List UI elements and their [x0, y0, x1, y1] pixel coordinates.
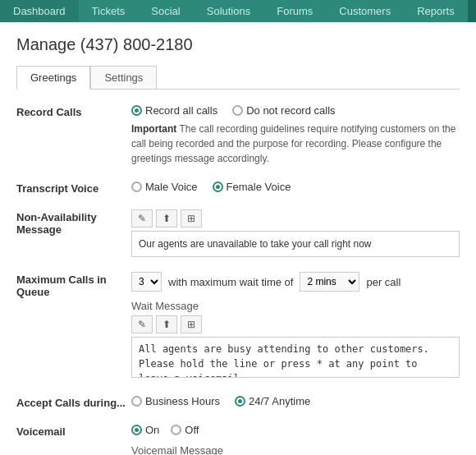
male-voice-radio[interactable] [131, 182, 142, 192]
max-calls-label: Maximum Calls in Queue [16, 272, 131, 298]
non-availability-input[interactable] [131, 231, 460, 257]
grid-icon: ⊞ [187, 213, 195, 224]
male-voice-label: Male Voice [145, 181, 198, 193]
record-all-label: Record all calls [145, 104, 217, 117]
non-availability-label: Non-Availability Message [16, 209, 131, 236]
transcript-voice-label: Transcript Voice [16, 181, 131, 195]
nav-bar: Dashboard Tickets Social Solutions Forum… [0, 0, 476, 22]
nav-reports[interactable]: Reports [404, 0, 468, 22]
voicemail-control: On Off Voicemail Message ✎ ⬆ ⊞ [131, 424, 460, 455]
voicemail-row: Voicemail On Off Voicemail Message ✎ ⬆ [16, 424, 460, 455]
do-not-record-option[interactable]: Do not record calls [232, 104, 335, 117]
voicemail-on-radio[interactable] [131, 425, 142, 435]
wait-time-prefix: with maximum wait time of [168, 276, 293, 288]
voicemail-on-label: On [145, 424, 159, 436]
accept-calls-label: Accept Calls during... [16, 395, 131, 409]
wait-pencil-btn[interactable]: ✎ [131, 315, 153, 333]
accept-calls-control: Business Hours 24/7 Anytime [131, 395, 460, 407]
nav-solutions[interactable]: Solutions [194, 0, 263, 22]
wait-message-section: Wait Message ✎ ⬆ ⊞ All agents are busy a… [131, 300, 460, 380]
record-calls-label: Record Calls [16, 104, 131, 118]
voicemail-toggle: On Off [131, 424, 460, 436]
non-availability-pencil-btn[interactable]: ✎ [131, 209, 153, 228]
nav-customers[interactable]: Customers [326, 0, 404, 22]
female-voice-option[interactable]: Female Voice [213, 181, 291, 193]
wait-time-select[interactable]: 2 mins5 mins10 mins [300, 272, 359, 292]
non-availability-row: Non-Availability Message ✎ ⬆ ⊞ [16, 209, 460, 257]
accept-calls-options: Business Hours 24/7 Anytime [131, 395, 460, 407]
max-calls-row: Maximum Calls in Queue 345 with maximum … [16, 272, 460, 380]
voicemail-off-label: Off [185, 424, 199, 436]
business-hours-label: Business Hours [145, 395, 220, 407]
wait-message-input[interactable]: All agents are busy attending to other c… [131, 337, 460, 378]
per-call-label: per call [366, 276, 400, 288]
queue-count-select[interactable]: 345 [131, 272, 162, 292]
transcript-voice-control: Male Voice Female Voice [131, 181, 460, 193]
voicemail-off-option[interactable]: Off [171, 424, 199, 436]
record-calls-options: Record all calls Do not record calls [131, 104, 460, 117]
max-calls-control: 345 with maximum wait time of 2 mins5 mi… [131, 272, 460, 380]
wait-upload-btn[interactable]: ⬆ [156, 315, 177, 333]
voicemail-off-radio[interactable] [171, 425, 181, 435]
queue-row: 345 with maximum wait time of 2 mins5 mi… [131, 272, 460, 292]
business-hours-radio[interactable] [131, 396, 142, 407]
non-availability-control: ✎ ⬆ ⊞ [131, 209, 460, 257]
do-not-record-radio[interactable] [232, 105, 243, 116]
tab-bar: Greetings Settings [16, 66, 460, 90]
female-voice-radio[interactable] [213, 182, 223, 192]
nav-dashboard[interactable]: Dashboard [0, 0, 79, 22]
non-availability-upload-btn[interactable]: ⬆ [156, 209, 177, 228]
tab-greetings[interactable]: Greetings [16, 66, 90, 90]
anytime-option[interactable]: 24/7 Anytime [235, 395, 310, 407]
nav-social[interactable]: Social [138, 0, 193, 22]
grid-icon-2: ⊞ [187, 319, 195, 330]
upload-icon-2: ⬆ [162, 319, 171, 330]
nav-tickets[interactable]: Tickets [79, 0, 139, 22]
transcript-voice-options: Male Voice Female Voice [131, 181, 460, 193]
wait-message-label: Wait Message [131, 300, 460, 312]
non-availability-grid-btn[interactable]: ⊞ [181, 209, 202, 228]
record-all-radio[interactable] [131, 105, 142, 116]
tab-settings[interactable]: Settings [90, 66, 157, 89]
male-voice-option[interactable]: Male Voice [131, 181, 198, 193]
record-all-option[interactable]: Record all calls [131, 104, 217, 117]
nav-admin[interactable]: Admin [468, 0, 476, 22]
upload-icon: ⬆ [162, 213, 171, 224]
anytime-radio[interactable] [235, 396, 245, 407]
do-not-record-label: Do not record calls [246, 104, 335, 117]
voicemail-label: Voicemail [16, 424, 131, 438]
non-availability-toolbar: ✎ ⬆ ⊞ [131, 209, 460, 228]
pencil-icon: ✎ [138, 213, 146, 224]
anytime-label: 24/7 Anytime [249, 395, 310, 407]
female-voice-label: Female Voice [227, 181, 291, 193]
voicemail-message-label: Voicemail Message [131, 444, 460, 455]
transcript-voice-row: Transcript Voice Male Voice Female Voice [16, 181, 460, 195]
wait-grid-btn[interactable]: ⊞ [181, 315, 202, 333]
record-calls-row: Record Calls Record all calls Do not rec… [16, 104, 460, 166]
record-calls-info: Important The call recording guidelines … [131, 122, 460, 166]
record-calls-control: Record all calls Do not record calls Imp… [131, 104, 460, 166]
page-content: Manage (437) 800-2180 Greetings Settings… [0, 22, 476, 455]
page-title: Manage (437) 800-2180 [16, 35, 460, 54]
voicemail-on-option[interactable]: On [131, 424, 159, 436]
nav-forums[interactable]: Forums [263, 0, 326, 22]
business-hours-option[interactable]: Business Hours [131, 395, 220, 407]
pencil-icon-2: ✎ [138, 319, 146, 330]
wait-message-toolbar: ✎ ⬆ ⊞ [131, 315, 460, 333]
accept-calls-row: Accept Calls during... Business Hours 24… [16, 395, 460, 409]
